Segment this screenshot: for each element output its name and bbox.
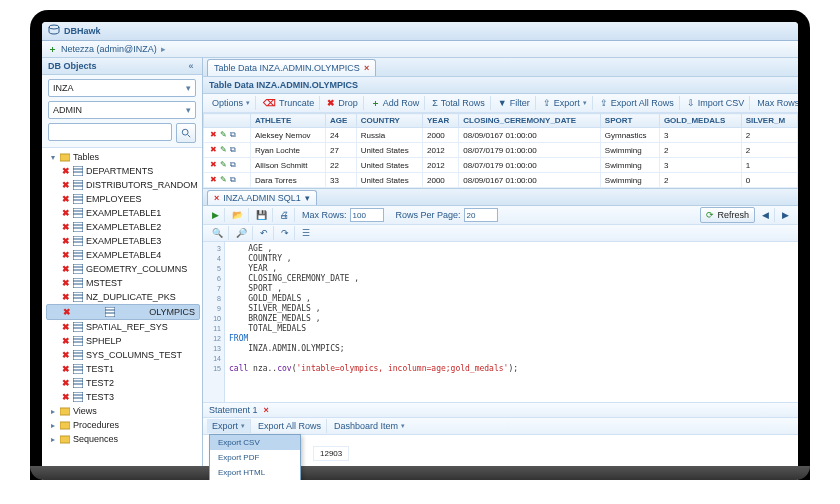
delete-table-icon[interactable]: ✖ [62, 166, 70, 176]
edit-row-icon[interactable]: ✎ [218, 175, 228, 184]
delete-row-icon[interactable]: ✖ [208, 160, 218, 169]
export-pdf-item[interactable]: Export PDF [210, 450, 300, 465]
truncate-button[interactable]: ⌫Truncate [258, 96, 320, 110]
delete-table-icon[interactable]: ✖ [62, 264, 70, 274]
format-button[interactable]: ☰ [297, 226, 315, 240]
delete-table-icon[interactable]: ✖ [62, 278, 70, 288]
search-input[interactable] [48, 123, 172, 141]
tree-table-item[interactable]: ✖SPATIAL_REF_SYS [46, 320, 200, 334]
delete-table-icon[interactable]: ✖ [62, 322, 70, 332]
delete-table-icon[interactable]: ✖ [62, 194, 70, 204]
delete-table-icon[interactable]: ✖ [62, 292, 70, 302]
add-connection-icon[interactable]: ＋ [48, 43, 57, 56]
tree-table-item[interactable]: ✖TEST1 [46, 362, 200, 376]
column-header[interactable]: GOLD_MEDALS [659, 114, 741, 128]
collapse-sidebar-icon[interactable]: « [186, 61, 196, 71]
edit-row-icon[interactable]: ✎ [218, 145, 228, 154]
delete-row-icon[interactable]: ✖ [208, 130, 218, 139]
tree-node-views[interactable]: ▸ Views [46, 404, 200, 418]
refresh-button[interactable]: ⟳Refresh [700, 207, 755, 223]
filter-button[interactable]: ▼Filter [493, 96, 536, 110]
tree-table-item[interactable]: ✖MSTEST [46, 276, 200, 290]
table-row[interactable]: ✖✎⧉Allison Schmitt22United States201208/… [204, 158, 798, 173]
delete-table-icon[interactable]: ✖ [62, 180, 70, 190]
close-icon[interactable]: × [264, 405, 269, 415]
statement-tab[interactable]: Statement 1 [209, 405, 258, 415]
dropdown-icon[interactable]: ▾ [305, 193, 310, 203]
tree-table-item[interactable]: ✖TEST3 [46, 390, 200, 404]
import-csv-button[interactable]: ⇩Import CSV [682, 96, 751, 110]
table-row[interactable]: ✖✎⧉Dara Torres33United States200008/09/0… [204, 173, 798, 188]
delete-table-icon[interactable]: ✖ [62, 350, 70, 360]
table-row[interactable]: ✖✎⧉Ryan Lochte27United States201208/07/0… [204, 143, 798, 158]
tree-table-item[interactable]: ✖EMPLOYEES [46, 192, 200, 206]
export-all-button[interactable]: ⇪Export All Rows [595, 96, 680, 110]
delete-table-icon[interactable]: ✖ [62, 364, 70, 374]
column-header[interactable]: COUNTRY [356, 114, 422, 128]
column-header[interactable]: AGE [326, 114, 357, 128]
object-tree[interactable]: ▾ Tables ✖DEPARTMENTS✖DISTRIBUTORS_RANDO… [42, 148, 202, 480]
tree-table-item[interactable]: ✖GEOMETRY_COLUMNS [46, 262, 200, 276]
tree-node-tables[interactable]: ▾ Tables [46, 150, 200, 164]
delete-table-icon[interactable]: ✖ [62, 208, 70, 218]
total-rows-button[interactable]: ΣTotal Rows [427, 96, 491, 110]
connection-label[interactable]: Netezza (admin@INZA) [61, 44, 157, 54]
add-row-button[interactable]: ＋Add Row [366, 96, 426, 110]
print-button[interactable]: 🖨 [275, 208, 295, 222]
run-button[interactable]: ▶ [207, 208, 225, 222]
copy-row-icon[interactable]: ⧉ [228, 160, 238, 170]
column-header[interactable]: SILVER_M [741, 114, 797, 128]
result-export-button[interactable]: Export▾ [207, 419, 251, 433]
copy-row-icon[interactable]: ⧉ [228, 130, 238, 140]
table-row[interactable]: ✖✎⧉Aleksey Nemov24Russia200008/09/0167 0… [204, 128, 798, 143]
pager-prev-button[interactable]: ◀ [757, 208, 775, 222]
delete-table-icon[interactable]: ✖ [62, 222, 70, 232]
tree-node-sequences[interactable]: ▸ Sequences [46, 432, 200, 446]
delete-row-icon[interactable]: ✖ [208, 145, 218, 154]
open-button[interactable]: 📂 [227, 208, 249, 222]
expand-icon[interactable]: ▸ [48, 407, 57, 416]
code-area[interactable]: AGE , COUNTRY , YEAR , CLOSING_CEREMONY_… [225, 242, 798, 402]
tree-table-item[interactable]: ✖EXAMPLETABLE3 [46, 234, 200, 248]
delete-table-icon[interactable]: ✖ [63, 307, 71, 317]
edit-row-icon[interactable]: ✎ [218, 160, 228, 169]
delete-table-icon[interactable]: ✖ [62, 378, 70, 388]
search-button[interactable] [176, 123, 196, 143]
pager-next-button[interactable]: ▶ [777, 208, 794, 222]
redo-button[interactable]: ↷ [276, 226, 295, 240]
schema-select[interactable]: INZA ▾ [48, 79, 196, 97]
close-icon[interactable]: × [364, 63, 369, 73]
tree-table-item[interactable]: ✖DEPARTMENTS [46, 164, 200, 178]
export-button[interactable]: ⇪Export▾ [538, 96, 593, 110]
undo-button[interactable]: ↶ [255, 226, 274, 240]
tab-table-data[interactable]: Table Data INZA.ADMIN.OLYMPICS × [207, 59, 376, 76]
save-button[interactable]: 💾 [251, 208, 273, 222]
delete-table-icon[interactable]: ✖ [62, 336, 70, 346]
tree-table-item[interactable]: ✖EXAMPLETABLE4 [46, 248, 200, 262]
tree-node-procedures[interactable]: ▸ Procedures [46, 418, 200, 432]
sql-tab[interactable]: × INZA.ADMIN SQL1 ▾ [207, 190, 317, 205]
copy-row-icon[interactable]: ⧉ [228, 145, 238, 155]
dashboard-item-button[interactable]: Dashboard Item▾ [329, 419, 410, 433]
expand-icon[interactable]: ▸ [48, 421, 57, 430]
copy-row-icon[interactable]: ⧉ [228, 175, 238, 185]
tree-table-item[interactable]: ✖SPHELP [46, 334, 200, 348]
data-grid[interactable]: ATHLETEAGECOUNTRYYEARCLOSING_CEREMONY_DA… [203, 113, 798, 188]
edit-row-icon[interactable]: ✎ [218, 130, 228, 139]
delete-row-icon[interactable]: ✖ [208, 175, 218, 184]
tree-table-item[interactable]: ✖EXAMPLETABLE2 [46, 220, 200, 234]
delete-table-icon[interactable]: ✖ [62, 236, 70, 246]
expand-icon[interactable]: ▸ [48, 435, 57, 444]
tree-table-item[interactable]: ✖OLYMPICS [46, 304, 200, 320]
export-csv-item[interactable]: Export CSV [210, 435, 300, 450]
owner-select[interactable]: ADMIN ▾ [48, 101, 196, 119]
export-html-item[interactable]: Export HTML [210, 465, 300, 480]
rows-per-page-input[interactable]: 20 [464, 208, 498, 222]
tree-table-item[interactable]: ✖NZ_DUPLICATE_PKS [46, 290, 200, 304]
column-header[interactable]: SPORT [600, 114, 659, 128]
delete-table-icon[interactable]: ✖ [62, 392, 70, 402]
close-icon[interactable]: × [214, 193, 219, 203]
sql-editor[interactable]: 3456789101112131415 AGE , COUNTRY , YEAR… [203, 242, 798, 403]
delete-table-icon[interactable]: ✖ [62, 250, 70, 260]
tree-table-item[interactable]: ✖TEST2 [46, 376, 200, 390]
